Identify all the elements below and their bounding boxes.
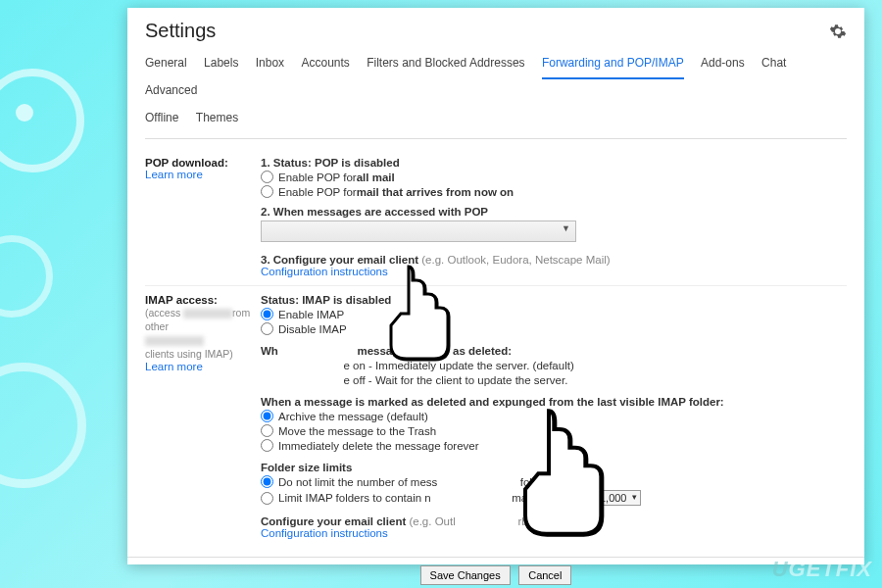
folder-no-limit[interactable]: Do not limit the number of messages in a… <box>261 475 847 488</box>
pop-opt1-bold: all mail <box>357 172 395 183</box>
button-bar: Save Changes Cancel <box>127 557 864 588</box>
watermark: UUGETFIXGETFIX <box>772 557 872 582</box>
imap-ex1: Archive the message (default) <box>278 411 428 422</box>
tab-advanced[interactable]: Advanced <box>145 79 197 105</box>
pop-enable-all[interactable]: Enable POP for all mail <box>261 171 847 183</box>
pop-heading: POP download: <box>145 157 261 169</box>
folder-limit-select[interactable]: 1,000 <box>594 490 642 506</box>
imap-autosync-off[interactable]: Auto-Expunge off - Wait for the client t… <box>261 373 847 386</box>
folder-limit[interactable]: Limit IMAP folders to contain no more th… <box>261 490 847 506</box>
pop-when: 2. When messages are accessed with POP <box>261 206 488 218</box>
tab-inbox[interactable]: Inbox <box>256 52 284 77</box>
pop-config-link[interactable]: Configuration instructions <box>261 266 847 277</box>
pop-learn-more[interactable]: Learn more <box>145 169 261 180</box>
imap-status: Status: IMAP is disabled <box>261 294 391 306</box>
folder-limits-title: Folder size limits <box>261 462 352 473</box>
imap-md2: e off - Wait for the client to update th… <box>344 374 568 386</box>
settings-panel: Settings General Labels Inbox Accounts F… <box>127 8 864 564</box>
gear-icon[interactable] <box>829 23 847 40</box>
pop-config: 3. Configure your email client <box>261 254 421 266</box>
imap-section: IMAP access: (access rom other clients u… <box>145 286 847 547</box>
tab-bar: General Labels Inbox Accounts Filters an… <box>127 48 864 139</box>
f1-post: folder (default) <box>520 476 593 488</box>
imap-conf-link[interactable]: Configuration instructions <box>261 527 847 539</box>
imap-conf: Configure your email client <box>261 515 409 527</box>
imap-conf-hint2: rbird, iPhone) <box>518 515 586 527</box>
tab-chat[interactable]: Chat <box>761 52 786 77</box>
imap-expunge-title: When a message is marked as deleted and … <box>261 396 724 408</box>
f2-post: many messages <box>512 492 594 504</box>
tab-filters[interactable]: Filters and Blocked Addresses <box>367 52 524 77</box>
imap-disable[interactable]: Disable IMAP <box>261 322 847 335</box>
imap-trash[interactable]: Move the message to the Trash <box>261 424 847 437</box>
imap-subtext: (access rom other clients using IMAP) <box>145 306 261 361</box>
imap-autosync-on[interactable]: Auto-Expunge on - Immediately update the… <box>261 359 847 371</box>
imap-md1: e on - Immediately update the server. (d… <box>344 360 574 371</box>
page-title: Settings <box>145 20 216 42</box>
tab-labels[interactable]: Labels <box>204 52 238 77</box>
imap-ex3: Immediately delete the message forever <box>278 440 479 452</box>
pop-enable-new[interactable]: Enable POP for mail that arrives from no… <box>261 185 847 198</box>
tab-accounts[interactable]: Accounts <box>301 52 349 77</box>
imap-ex2: Move the message to the Trash <box>278 425 436 437</box>
tab-offline[interactable]: Offline <box>145 107 178 132</box>
imap-enable-label: Enable IMAP <box>278 309 344 320</box>
imap-heading: IMAP access: <box>145 294 261 306</box>
imap-enable[interactable]: Enable IMAP <box>261 308 847 320</box>
f1-pre: Do not limit the number of mess <box>278 476 437 488</box>
imap-disable-label: Disable IMAP <box>278 323 347 335</box>
imap-mark-deleted-title: message in IMAP as deleted: <box>357 345 512 357</box>
imap-conf-hint1: (e.g. Outl <box>409 515 455 527</box>
pop-config-hint: (e.g. Outlook, Eudora, Netscape Mail) <box>421 254 610 266</box>
pop-when-select[interactable] <box>261 220 576 242</box>
tab-addons[interactable]: Add-ons <box>701 52 745 77</box>
pop-opt2-bold: mail that arrives from now on <box>357 186 514 198</box>
pop-section: POP download: Learn more 1. Status: POP … <box>145 149 847 286</box>
imap-archive[interactable]: Archive the message (default) <box>261 410 847 422</box>
f2-pre: Limit IMAP folders to contain n <box>278 492 431 504</box>
cancel-button[interactable]: Cancel <box>518 565 571 585</box>
save-button[interactable]: Save Changes <box>420 565 511 585</box>
tab-forwarding[interactable]: Forwarding and POP/IMAP <box>542 52 684 79</box>
pop-status: 1. Status: POP is disabled <box>261 157 400 169</box>
pop-opt2-text: Enable POP for <box>278 186 357 198</box>
pop-opt1-text: Enable POP for <box>278 172 357 183</box>
imap-delete-forever[interactable]: Immediately delete the message forever <box>261 439 847 452</box>
tab-themes[interactable]: Themes <box>196 107 238 132</box>
imap-learn-more[interactable]: Learn more <box>145 361 261 372</box>
background-decor <box>0 39 137 510</box>
tab-general[interactable]: General <box>145 52 187 77</box>
